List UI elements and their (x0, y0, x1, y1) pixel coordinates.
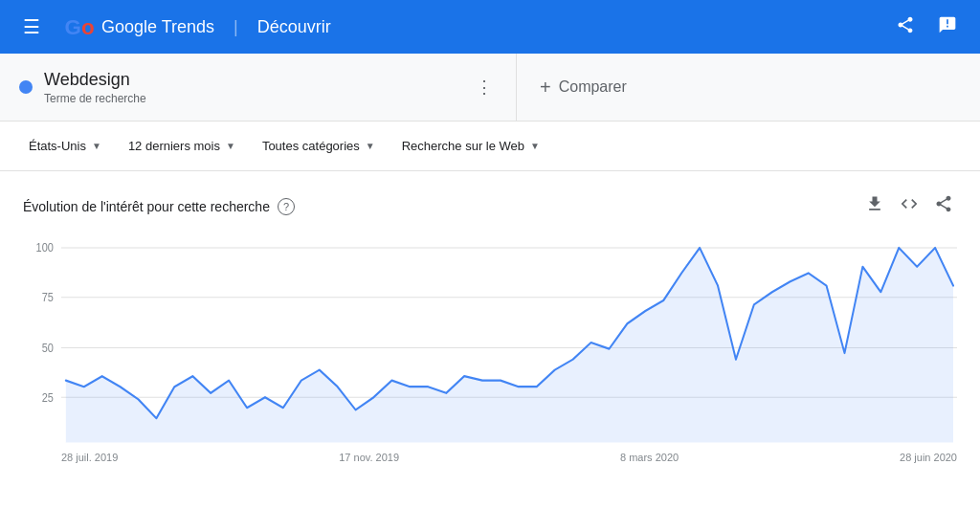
svg-text:100: 100 (36, 242, 54, 254)
compare-button[interactable]: + Comparer (540, 77, 627, 99)
chart-help-icon[interactable]: ? (278, 198, 295, 215)
header-divider: | (234, 17, 238, 37)
chart-title-row: Évolution de l'intérêt pour cette recher… (23, 198, 295, 215)
search-term-name: Webdesign (44, 70, 460, 90)
period-chevron-icon: ▼ (226, 141, 235, 151)
search-type-filter[interactable]: Recherche sur le Web ▼ (392, 133, 549, 159)
trend-area (66, 248, 953, 443)
trend-chart: 100 75 50 25 (23, 237, 957, 448)
search-dot (19, 80, 33, 94)
x-label-3: 8 mars 2020 (620, 452, 679, 463)
search-term-info: Webdesign Terme de recherche (44, 70, 460, 105)
period-filter[interactable]: 12 derniers mois ▼ (119, 133, 245, 159)
filters-row: États-Unis ▼ 12 derniers mois ▼ Toutes c… (0, 122, 980, 171)
compare-label: Comparer (559, 78, 627, 96)
download-icon[interactable] (861, 190, 888, 222)
region-filter-label: États-Unis (29, 139, 86, 153)
header-actions (888, 8, 965, 47)
search-type-chevron-icon: ▼ (530, 141, 540, 151)
feedback-icon[interactable] (930, 8, 965, 47)
chart-action-icons (861, 190, 957, 222)
category-filter-label: Toutes catégories (262, 139, 360, 153)
menu-icon[interactable]: ☰ (15, 8, 48, 46)
x-axis-labels: 28 juil. 2019 17 nov. 2019 8 mars 2020 2… (23, 448, 957, 463)
svg-text:50: 50 (42, 342, 54, 354)
search-term-box: Webdesign Terme de recherche ⋮ (0, 54, 517, 121)
x-label-2: 17 nov. 2019 (339, 452, 399, 463)
category-filter[interactable]: Toutes catégories ▼ (253, 133, 385, 159)
svg-text:Google: Google (65, 15, 94, 39)
region-filter[interactable]: États-Unis ▼ (19, 133, 111, 159)
chart-title: Évolution de l'intérêt pour cette recher… (23, 199, 270, 214)
search-term-menu-icon[interactable]: ⋮ (472, 73, 497, 101)
region-chevron-icon: ▼ (92, 141, 101, 151)
app-header: ☰ Google Google Trends | Découvrir (0, 0, 980, 54)
search-term-type: Terme de recherche (44, 92, 460, 105)
compare-plus-icon: + (540, 77, 551, 99)
trend-chart-container: 100 75 50 25 (23, 237, 957, 448)
search-type-filter-label: Recherche sur le Web (402, 139, 524, 153)
search-row: Webdesign Terme de recherche ⋮ + Compare… (0, 54, 980, 121)
x-label-4: 28 juin 2020 (900, 452, 957, 463)
share-chart-icon[interactable] (930, 190, 957, 222)
google-logo-icon: Google (63, 11, 94, 42)
svg-text:25: 25 (42, 391, 54, 404)
logo-text: Google Trends (101, 17, 214, 37)
period-filter-label: 12 derniers mois (128, 139, 220, 153)
embed-icon[interactable] (896, 190, 923, 222)
search-section: Webdesign Terme de recherche ⋮ + Compare… (0, 54, 980, 122)
discover-label: Découvrir (257, 17, 331, 37)
share-icon[interactable] (888, 8, 923, 47)
chart-header: Évolution de l'intérêt pour cette recher… (23, 190, 957, 222)
x-label-1: 28 juil. 2019 (61, 452, 118, 463)
logo: Google Google Trends (63, 11, 214, 42)
category-chevron-icon: ▼ (366, 141, 375, 151)
compare-section: + Comparer (517, 54, 980, 121)
svg-text:75: 75 (42, 292, 54, 304)
chart-section: Évolution de l'intérêt pour cette recher… (0, 171, 980, 463)
